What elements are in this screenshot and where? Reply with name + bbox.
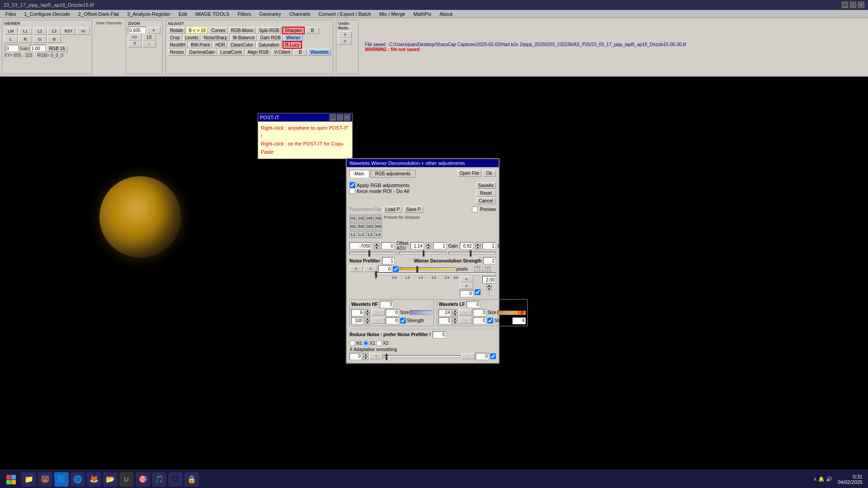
- np-main-slider[interactable]: [375, 271, 377, 277]
- menu-convert[interactable]: Convert / Export / Batch: [315, 11, 375, 17]
- wiener-zero-input[interactable]: [460, 290, 473, 297]
- open-file-btn[interactable]: Open File: [458, 170, 481, 177]
- rn-x1-radio[interactable]: [363, 340, 369, 346]
- crop-btn[interactable]: Crop: [168, 34, 182, 41]
- start-button[interactable]: [2, 472, 20, 487]
- apply-rgb-checkbox[interactable]: [349, 182, 355, 188]
- curves-btn[interactable]: Curves: [209, 27, 228, 34]
- redo-btn[interactable]: >: [338, 38, 352, 45]
- zoom-value-input[interactable]: [128, 27, 146, 34]
- wllf-spin-dn[interactable]: ▼: [452, 313, 458, 316]
- tab-rgb[interactable]: RGB adjustments: [370, 170, 415, 178]
- menu-filters[interactable]: Filters: [234, 11, 255, 17]
- wlhf-str-checkbox[interactable]: [400, 318, 406, 324]
- zoom-minus-btn[interactable]: -: [142, 41, 156, 47]
- gain-slider-handle[interactable]: [423, 250, 425, 257]
- preset-m4[interactable]: M4: [375, 223, 382, 230]
- menu-edit[interactable]: Edit: [175, 11, 191, 17]
- wllf-strength-num-input[interactable]: [512, 317, 526, 324]
- gamma-value-input[interactable]: [460, 242, 473, 249]
- wllf-str-minus-btn[interactable]: -: [458, 318, 472, 324]
- psf-spin-dn[interactable]: ▼: [486, 287, 492, 291]
- wllf-value-input[interactable]: [467, 301, 480, 308]
- saturation-btn[interactable]: Saturation: [256, 42, 282, 48]
- cleancolor-btn[interactable]: CleanColor: [228, 42, 255, 48]
- rn-spin-up[interactable]: ▲: [363, 353, 368, 357]
- lut-lm-btn[interactable]: LM: [4, 28, 18, 35]
- reset-btn[interactable]: Reset: [476, 190, 496, 197]
- gain-input[interactable]: [30, 45, 46, 52]
- save-p-btn[interactable]: Save P: [404, 206, 423, 213]
- wllf-str-spin-up[interactable]: ▲: [452, 317, 458, 321]
- maximize-button[interactable]: □: [850, 2, 856, 8]
- taskbar-chrome[interactable]: 🌐: [71, 472, 85, 487]
- menu-configure[interactable]: 1_Configure-Decode: [20, 11, 74, 17]
- zoom-fit-btn[interactable]: <>: [128, 34, 142, 41]
- taskbar-app8[interactable]: 🎯: [136, 472, 150, 487]
- np-slider-handle[interactable]: [416, 266, 418, 272]
- offset-spin-dn[interactable]: ▼: [374, 246, 379, 249]
- lut-l2-btn[interactable]: L2: [33, 28, 47, 35]
- rn-spin-dn[interactable]: ▼: [363, 357, 368, 360]
- rn-value-input[interactable]: [349, 353, 362, 360]
- close-button[interactable]: ×: [858, 2, 864, 8]
- gain-num-input[interactable]: [433, 242, 447, 249]
- wllf-str-spin-dn[interactable]: ▼: [452, 321, 458, 324]
- preset-h3[interactable]: H3: [366, 215, 374, 222]
- help-btn[interactable]: ?: [128, 41, 142, 47]
- rgbmono-btn[interactable]: RGB-Mono: [229, 27, 256, 34]
- noise-prefilter-input[interactable]: [382, 257, 395, 264]
- wlhf-spin-dn[interactable]: ▼: [365, 313, 370, 316]
- taskbar-app11[interactable]: 🔒: [184, 472, 199, 487]
- wbalance-btn[interactable]: W-Balance: [231, 34, 257, 41]
- wllf-str-zero-input[interactable]: [473, 317, 486, 324]
- taskbar-files[interactable]: 📂: [103, 472, 118, 487]
- menu-imagetools[interactable]: IMAGE TOOLS: [192, 11, 233, 17]
- wlhf-value-input[interactable]: [380, 301, 393, 308]
- wlhf-strength-input[interactable]: [351, 309, 364, 316]
- taskbar-app2[interactable]: 🐻: [38, 472, 52, 487]
- ok-btn[interactable]: Ok: [482, 170, 496, 177]
- menu-offset[interactable]: 2_Offset-Dark-Flat: [75, 11, 123, 17]
- wlhf-str-spin-up[interactable]: ▲: [365, 317, 370, 321]
- hdr-btn[interactable]: HDR: [213, 42, 227, 48]
- offset-input[interactable]: [5, 45, 19, 52]
- rlucy-btn[interactable]: R-Lucy: [283, 41, 302, 49]
- resize-btn[interactable]: Resize: [168, 49, 186, 56]
- tab-main[interactable]: Main: [349, 170, 369, 178]
- taskbar-lr[interactable]: Lr: [119, 472, 134, 487]
- wllf-str-checkbox[interactable]: [487, 318, 493, 324]
- taskbar-app3[interactable]: 🟦: [54, 472, 69, 487]
- wiener-checkbox[interactable]: [475, 289, 481, 295]
- splitrgb-btn[interactable]: Split-RGB: [257, 27, 281, 34]
- preset-m1[interactable]: M1: [349, 223, 357, 230]
- wlhf-spin-up[interactable]: ▲: [365, 309, 370, 313]
- preset-m2[interactable]: M2: [358, 223, 366, 230]
- alignrgb-btn[interactable]: Align RGB: [245, 49, 271, 56]
- menu-about[interactable]: About: [436, 11, 456, 17]
- psf-spin-up[interactable]: ▲: [486, 283, 492, 287]
- wavelets-btn[interactable]: Wavelets: [308, 49, 331, 56]
- zoom-plus-btn[interactable]: +: [147, 27, 160, 34]
- rgb-mode-btn[interactable]: RGB 16: [47, 45, 67, 52]
- gamma-spin-dn[interactable]: ▼: [475, 246, 481, 249]
- wlhf-str-spin-dn[interactable]: ▼: [365, 321, 370, 324]
- np-checkbox[interactable]: [393, 266, 399, 272]
- force-mode-checkbox[interactable]: [349, 188, 355, 194]
- wllf-minus-btn[interactable]: -: [458, 310, 472, 315]
- gainrgb-btn[interactable]: Gain RGB: [258, 34, 283, 41]
- offset-zero-input[interactable]: [381, 242, 395, 249]
- reduce-noise-input[interactable]: [433, 331, 446, 338]
- preset-h1[interactable]: H1: [349, 215, 357, 222]
- preset-l2[interactable]: L2: [358, 231, 366, 238]
- rotate-btn[interactable]: Rotate: [168, 27, 185, 34]
- rn-x2-radio[interactable]: [376, 340, 382, 346]
- psf-size-input[interactable]: [482, 276, 496, 283]
- menu-files[interactable]: Files: [2, 11, 19, 17]
- postit-close-btn[interactable]: ×: [344, 114, 350, 121]
- preset-m3[interactable]: M3: [366, 223, 374, 230]
- postit-maximize-btn[interactable]: □: [337, 114, 343, 121]
- wiener-btn[interactable]: Wiener: [284, 34, 303, 41]
- offset-slider-handle[interactable]: [368, 250, 370, 257]
- localcontr-btn[interactable]: LocalContr: [218, 49, 244, 56]
